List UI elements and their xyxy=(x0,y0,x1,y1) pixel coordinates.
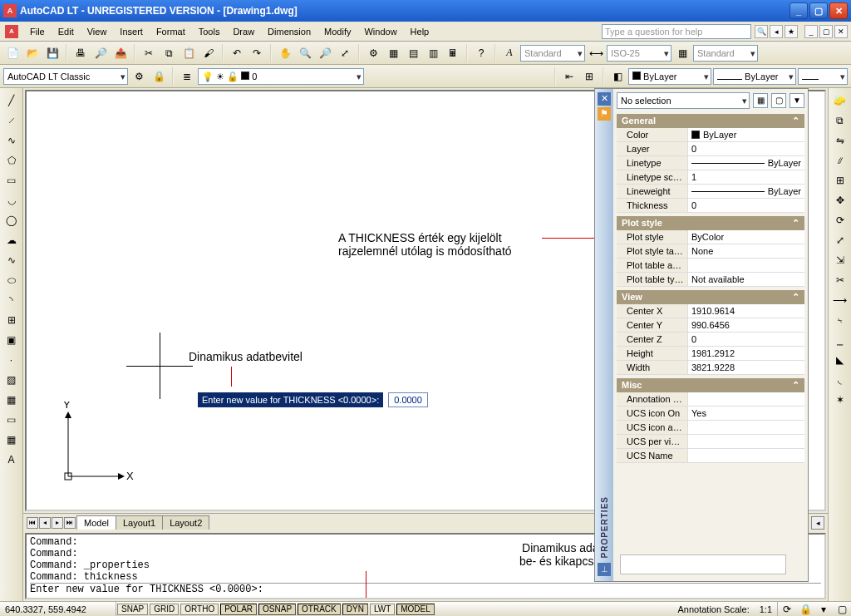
copy-obj-icon[interactable]: ⧉ xyxy=(831,111,849,130)
layers-icon[interactable]: ≣ xyxy=(178,67,196,86)
minimize-button[interactable]: _ xyxy=(790,2,808,19)
block-icon[interactable]: ▣ xyxy=(2,331,21,349)
redo-icon[interactable]: ↷ xyxy=(248,44,266,62)
dyn-toggle[interactable]: DYN xyxy=(342,604,368,615)
open-icon[interactable]: 📂 xyxy=(23,44,42,62)
print-icon[interactable]: 🖶 xyxy=(71,44,90,62)
circle-icon[interactable]: ◯ xyxy=(2,211,21,229)
zoom-ext-icon[interactable]: ⤢ xyxy=(336,44,354,62)
menu-format[interactable]: Format xyxy=(150,24,192,39)
array-icon[interactable]: ⊞ xyxy=(831,171,849,190)
tab-layout2[interactable]: Layout2 xyxy=(162,515,209,530)
osnap-toggle[interactable]: OSNAP xyxy=(258,604,296,615)
help-icon[interactable]: ? xyxy=(472,44,490,62)
star-icon[interactable]: ★ xyxy=(785,25,798,38)
filter-icon[interactable]: ▼ xyxy=(790,93,804,108)
collapse-icon[interactable]: ⌃ xyxy=(792,218,799,229)
menu-dimension[interactable]: Dimension xyxy=(261,24,317,39)
preview-icon[interactable]: 🔎 xyxy=(91,44,110,62)
move-icon[interactable]: ✥ xyxy=(831,191,849,209)
calc-icon[interactable]: 🖩 xyxy=(444,44,462,62)
menu-view[interactable]: View xyxy=(81,24,114,39)
erase-icon[interactable]: 🧽 xyxy=(831,91,849,110)
join-icon[interactable]: ⎯ xyxy=(831,331,849,349)
color-combo[interactable]: ByLayer xyxy=(628,68,711,85)
snap-toggle[interactable]: SNAP xyxy=(117,604,148,615)
tab-first-icon[interactable]: ⏮ xyxy=(27,517,38,529)
table-icon[interactable]: ▦ xyxy=(2,431,21,449)
ws-lock-icon[interactable]: 🔒 xyxy=(150,67,168,86)
design-center-icon[interactable]: ▦ xyxy=(384,44,402,62)
grid-toggle[interactable]: GRID xyxy=(150,604,179,615)
table-style-combo[interactable]: Standard xyxy=(693,45,758,62)
undo-icon[interactable]: ↶ xyxy=(228,44,246,62)
layer-combo[interactable]: 💡 ☀ 🔓 0 xyxy=(198,68,364,85)
coordinate-readout[interactable]: 640.3327, 559.4942 xyxy=(0,602,116,616)
props-icon[interactable]: ⚙ xyxy=(364,44,382,62)
xline-icon[interactable]: ⟋ xyxy=(2,111,21,130)
collapse-icon[interactable]: ⌃ xyxy=(792,116,799,126)
linetype-combo[interactable]: ByLayer xyxy=(713,68,796,85)
new-icon[interactable]: 📄 xyxy=(3,44,22,62)
lwt-toggle[interactable]: LWT xyxy=(370,604,395,615)
publish-icon[interactable]: 📤 xyxy=(111,44,130,62)
spline-icon[interactable]: ∿ xyxy=(2,251,21,269)
rotate-icon[interactable]: ⟳ xyxy=(831,211,849,229)
menu-help[interactable]: Help xyxy=(404,24,436,39)
trim-icon[interactable]: ✂ xyxy=(831,271,849,289)
tab-prev-icon[interactable]: ◂ xyxy=(39,517,51,529)
selection-combo[interactable]: No selection xyxy=(617,92,750,109)
menu-file[interactable]: File xyxy=(23,24,52,39)
ellipsearc-icon[interactable]: ◝ xyxy=(2,291,21,309)
close-button[interactable]: ✕ xyxy=(829,2,848,19)
layer-states-icon[interactable]: ⊞ xyxy=(580,67,598,86)
dynamic-input[interactable]: Enter new value for THICKNESS <0.0000>: … xyxy=(198,392,428,407)
tab-next-icon[interactable]: ▸ xyxy=(52,517,63,529)
hatch-icon[interactable]: ▨ xyxy=(2,371,21,389)
menu-edit[interactable]: Edit xyxy=(52,24,81,39)
gradient-icon[interactable]: ▦ xyxy=(2,391,21,409)
scale-icon[interactable]: ⤢ xyxy=(831,231,849,249)
workspace-combo[interactable]: AutoCAD LT Classic xyxy=(3,68,128,85)
anno-auto-icon[interactable]: 🔒 xyxy=(796,600,814,617)
tab-model[interactable]: Model xyxy=(76,515,116,530)
explode-icon[interactable]: ✶ xyxy=(831,391,849,409)
tool-palette-icon[interactable]: ▤ xyxy=(404,44,422,62)
cut-icon[interactable]: ✂ xyxy=(140,44,158,62)
ws-settings-icon[interactable]: ⚙ xyxy=(130,67,148,86)
color-swatch-icon[interactable]: ◧ xyxy=(608,67,627,86)
nav-back-icon[interactable]: ◂ xyxy=(770,25,783,38)
point-icon[interactable]: · xyxy=(2,351,21,369)
save-icon[interactable]: 💾 xyxy=(43,44,61,62)
line-icon[interactable]: ╱ xyxy=(2,91,21,110)
polar-toggle[interactable]: POLAR xyxy=(220,604,257,615)
menu-window[interactable]: Window xyxy=(357,24,403,39)
insert-icon[interactable]: ⊞ xyxy=(2,311,21,329)
extend-icon[interactable]: ⟶ xyxy=(831,291,849,309)
select-objects-icon[interactable]: ▢ xyxy=(771,93,786,108)
mdi-min-button[interactable]: _ xyxy=(804,25,818,38)
pan-icon[interactable]: ✋ xyxy=(276,44,294,62)
chamfer-icon[interactable]: ◣ xyxy=(831,351,849,369)
paste-icon[interactable]: 📋 xyxy=(180,44,198,62)
revcloud-icon[interactable]: ☁ xyxy=(2,231,21,249)
thickness-field[interactable]: 0 xyxy=(688,199,804,212)
tab-layout1[interactable]: Layout1 xyxy=(116,515,163,530)
layer-prev-icon[interactable]: ⇤ xyxy=(560,67,578,86)
dynamic-prompt-value[interactable]: 0.0000 xyxy=(388,392,428,407)
dim-style-combo[interactable]: ISO-25 xyxy=(607,45,671,62)
zoom-out-icon[interactable]: 🔎 xyxy=(316,44,334,62)
otrack-toggle[interactable]: OTRACK xyxy=(298,604,341,615)
textstyle-icon[interactable]: A xyxy=(500,44,519,62)
ellipse-icon[interactable]: ⬭ xyxy=(2,271,21,289)
copy-icon[interactable]: ⧉ xyxy=(160,44,178,62)
quickselect-icon[interactable]: ▦ xyxy=(753,93,768,108)
rectangle-icon[interactable]: ▭ xyxy=(2,171,21,190)
menu-tools[interactable]: Tools xyxy=(192,24,227,39)
stretch-icon[interactable]: ⇲ xyxy=(831,251,849,269)
text-style-combo[interactable]: Standard xyxy=(520,45,585,62)
region-icon[interactable]: ▭ xyxy=(2,411,21,429)
lineweight-combo[interactable]: By... xyxy=(798,68,848,85)
sheet-set-icon[interactable]: ▥ xyxy=(424,44,442,62)
mirror-icon[interactable]: ⇋ xyxy=(831,131,849,150)
